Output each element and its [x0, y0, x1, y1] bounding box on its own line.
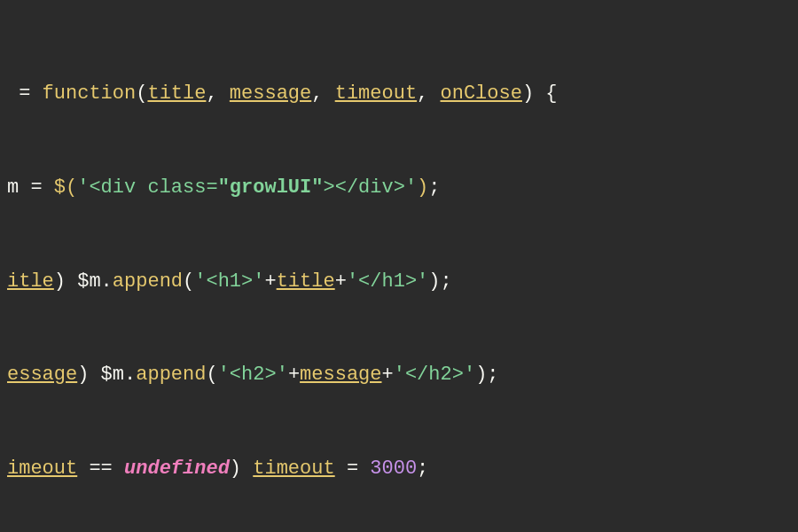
code-line-3: itle) $m.append('<h1>'+title+'</h1>');	[7, 266, 798, 297]
code-line-4: essage) $m.append('<h2>'+message+'</h2>'…	[7, 359, 798, 390]
code-editor: = function(title, message, timeout, onCl…	[7, 16, 798, 532]
code-line-5: imeout == undefined) timeout = 3000;	[7, 453, 798, 484]
code-line-1: = function(title, message, timeout, onCl…	[7, 78, 798, 109]
code-line-2: m = $('<div class="growlUI"></div>');	[7, 172, 798, 203]
